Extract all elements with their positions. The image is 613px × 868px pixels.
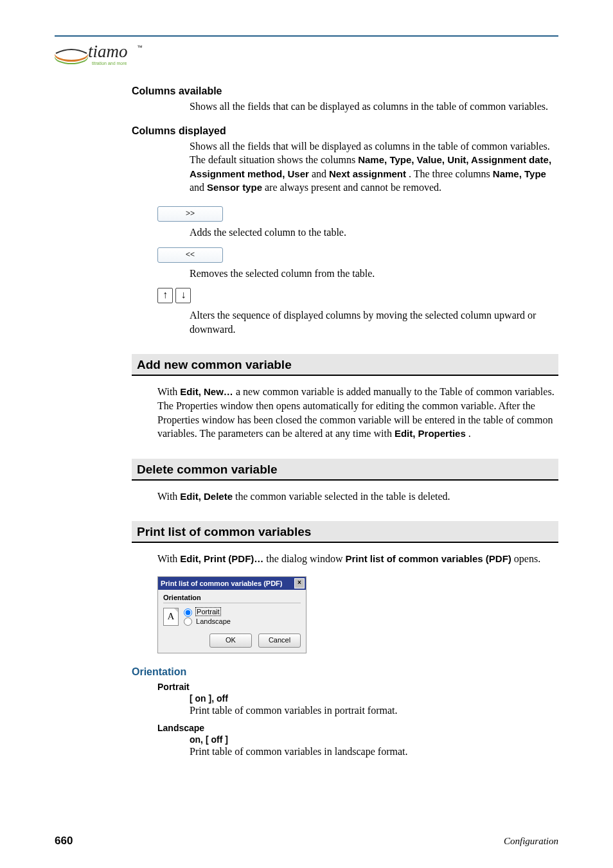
radio-landscape[interactable]: Landscape <box>184 617 231 626</box>
add-text-a: With <box>157 386 180 397</box>
add-column-desc: Adds the selected column to the table. <box>132 226 558 240</box>
radio-landscape-input[interactable] <box>184 617 192 626</box>
section-add-body: With Edit, New… a new common variable is… <box>132 385 558 440</box>
del-text-a: With <box>157 491 180 502</box>
add-bold-1: Edit, New… <box>180 386 233 397</box>
brand-tm: ™ <box>137 44 143 51</box>
landscape-label: Landscape <box>132 723 558 733</box>
radio-portrait-input[interactable] <box>184 608 192 617</box>
radio-portrait-label: Portrait <box>196 608 220 616</box>
del-text-b: the common variable selected in the tabl… <box>235 491 450 502</box>
remove-column-button[interactable]: << <box>157 247 223 263</box>
columns-available-body: Shows all the fields that can be display… <box>132 100 558 114</box>
dialog-title: Print list of common variables (PDF) <box>161 580 282 587</box>
portrait-body: Print table of common variables in portr… <box>132 705 558 716</box>
page-number: 660 <box>55 835 73 847</box>
close-icon[interactable]: × <box>294 578 305 589</box>
print-bold-2: Print list of common variables (PDF) <box>345 553 511 564</box>
footer-section: Configuration <box>504 836 558 847</box>
section-print-body: With Edit, Print (PDF)… the dialog windo… <box>132 552 558 566</box>
cd-bold-sensor: Sensor type <box>207 182 262 193</box>
del-bold: Edit, Delete <box>180 491 233 502</box>
add-column-button[interactable]: >> <box>157 206 223 222</box>
add-text-c: . <box>468 428 471 439</box>
move-up-button[interactable]: ↑ <box>157 288 173 303</box>
move-down-button[interactable]: ↓ <box>175 288 191 303</box>
cd-bold-next: Next assignment <box>329 168 406 179</box>
cd-text-3: . The three columns <box>409 168 493 179</box>
orientation-heading: Orientation <box>132 666 558 678</box>
top-rule <box>55 35 558 37</box>
section-delete-body: With Edit, Delete the common variable se… <box>132 490 558 504</box>
landscape-value: on, [ off ] <box>132 734 558 745</box>
cd-text-2: and <box>312 168 329 179</box>
portrait-value: [ on ], off <box>132 693 558 704</box>
radio-landscape-label: Landscape <box>196 617 231 625</box>
remove-column-desc: Removes the selected column from the tab… <box>132 267 558 281</box>
columns-displayed-body: Shows all the fields that will be displa… <box>132 139 558 195</box>
dialog-group-label: Orientation <box>163 594 301 601</box>
cd-text-4: and <box>190 182 207 193</box>
ok-button[interactable]: OK <box>209 633 252 648</box>
add-bold-2: Edit, Properties <box>395 428 466 439</box>
move-desc: Alters the sequence of displayed columns… <box>132 308 558 336</box>
print-bold-1: Edit, Print (PDF)… <box>180 553 263 564</box>
orientation-icon-letter: A <box>168 611 175 622</box>
section-delete-heading: Delete common variable <box>132 459 558 481</box>
print-text-b: the dialog window <box>266 553 345 564</box>
cd-bold-fixed: Name, Type <box>493 168 546 179</box>
columns-available-title: Columns available <box>132 85 558 97</box>
cd-text-5: are always present and cannot be removed… <box>265 182 441 193</box>
section-add-heading: Add new common variable <box>132 354 558 376</box>
radio-portrait[interactable]: Portrait <box>184 607 231 617</box>
brand-name: tiamo <box>88 42 128 61</box>
landscape-body: Print table of common variables in lands… <box>132 746 558 757</box>
brand-tagline: titration and more <box>92 61 127 66</box>
cancel-button[interactable]: Cancel <box>258 633 301 648</box>
orientation-icon: A <box>163 608 179 626</box>
brand-logo: tiamo ™ titration and more <box>55 42 558 71</box>
section-print-heading: Print list of common variables <box>132 521 558 543</box>
portrait-label: Portrait <box>132 682 558 692</box>
print-text-a: With <box>157 553 180 564</box>
print-dialog: Print list of common variables (PDF) × O… <box>157 576 306 653</box>
columns-displayed-title: Columns displayed <box>132 125 558 137</box>
print-text-c: opens. <box>514 553 540 564</box>
